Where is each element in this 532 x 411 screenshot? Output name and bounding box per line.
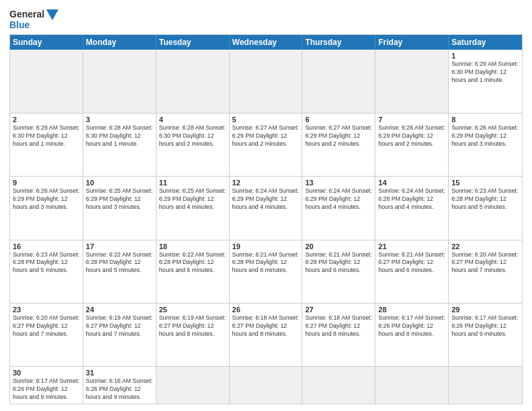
logo: General Blue (9, 9, 58, 30)
day-header-tuesday: Tuesday (157, 35, 230, 50)
day-cell-12: 12Sunrise: 6:24 AM Sunset: 6:29 PM Dayli… (230, 177, 303, 240)
day-cell-30: 30Sunrise: 6:17 AM Sunset: 6:26 PM Dayli… (10, 367, 83, 404)
day-cell-3: 3Sunrise: 6:28 AM Sunset: 6:30 PM Daylig… (83, 113, 157, 177)
day-number: 11 (159, 179, 226, 187)
cell-info: Sunrise: 6:22 AM Sunset: 6:28 PM Dayligh… (86, 251, 153, 275)
day-cell-5: 5Sunrise: 6:27 AM Sunset: 6:29 PM Daylig… (230, 113, 303, 177)
day-header-thursday: Thursday (302, 35, 375, 50)
cell-info: Sunrise: 6:23 AM Sunset: 6:28 PM Dayligh… (451, 187, 519, 212)
empty-cell (375, 50, 449, 113)
cell-info: Sunrise: 6:18 AM Sunset: 6:27 PM Dayligh… (305, 314, 372, 338)
day-cell-29: 29Sunrise: 6:17 AM Sunset: 6:26 PM Dayli… (449, 304, 522, 367)
day-number: 14 (378, 179, 445, 187)
logo-line1: General (9, 9, 58, 20)
day-number: 29 (451, 306, 519, 314)
day-cell-10: 10Sunrise: 6:25 AM Sunset: 6:29 PM Dayli… (83, 177, 157, 240)
cell-info: Sunrise: 6:24 AM Sunset: 6:28 PM Dayligh… (378, 187, 445, 212)
day-number: 16 (13, 242, 80, 250)
empty-cell (302, 50, 375, 113)
day-number: 25 (159, 306, 226, 314)
day-number: 3 (86, 116, 153, 124)
day-cell-19: 19Sunrise: 6:21 AM Sunset: 6:28 PM Dayli… (230, 240, 303, 304)
empty-cell (302, 367, 375, 404)
day-cell-6: 6Sunrise: 6:27 AM Sunset: 6:29 PM Daylig… (302, 113, 375, 177)
day-number: 15 (451, 179, 519, 187)
logo-blue-text: Blue (9, 20, 58, 30)
cell-info: Sunrise: 6:28 AM Sunset: 6:30 PM Dayligh… (159, 124, 226, 148)
day-number: 19 (232, 242, 300, 250)
cell-info: Sunrise: 6:17 AM Sunset: 6:26 PM Dayligh… (13, 377, 80, 402)
day-cell-17: 17Sunrise: 6:22 AM Sunset: 6:28 PM Dayli… (83, 240, 157, 304)
day-number: 2 (13, 116, 80, 124)
day-cell-7: 7Sunrise: 6:26 AM Sunset: 6:29 PM Daylig… (375, 113, 449, 177)
cell-info: Sunrise: 6:20 AM Sunset: 6:27 PM Dayligh… (451, 251, 519, 275)
day-cell-21: 21Sunrise: 6:21 AM Sunset: 6:27 PM Dayli… (375, 240, 449, 304)
day-cell-24: 24Sunrise: 6:19 AM Sunset: 6:27 PM Dayli… (83, 304, 157, 367)
day-number: 27 (305, 306, 372, 314)
empty-cell (157, 50, 230, 113)
cell-info: Sunrise: 6:25 AM Sunset: 6:29 PM Dayligh… (159, 187, 226, 212)
cell-info: Sunrise: 6:21 AM Sunset: 6:28 PM Dayligh… (305, 251, 372, 275)
day-number: 13 (305, 179, 372, 187)
day-cell-16: 16Sunrise: 6:23 AM Sunset: 6:28 PM Dayli… (10, 240, 83, 304)
calendar-grid: 1Sunrise: 6:29 AM Sunset: 6:30 PM Daylig… (10, 50, 522, 404)
empty-cell (230, 367, 303, 404)
cell-info: Sunrise: 6:18 AM Sunset: 6:27 PM Dayligh… (232, 314, 300, 338)
cell-info: Sunrise: 6:21 AM Sunset: 6:28 PM Dayligh… (232, 251, 300, 275)
day-cell-18: 18Sunrise: 6:22 AM Sunset: 6:28 PM Dayli… (157, 240, 230, 304)
cell-info: Sunrise: 6:17 AM Sunset: 6:26 PM Dayligh… (451, 314, 519, 338)
cell-info: Sunrise: 6:25 AM Sunset: 6:29 PM Dayligh… (86, 187, 153, 212)
day-header-sunday: Sunday (10, 35, 83, 50)
logo-general-text: General (9, 9, 44, 19)
day-cell-22: 22Sunrise: 6:20 AM Sunset: 6:27 PM Dayli… (449, 240, 522, 304)
day-number: 12 (232, 179, 300, 187)
cell-info: Sunrise: 6:24 AM Sunset: 6:29 PM Dayligh… (232, 187, 300, 212)
cell-info: Sunrise: 6:23 AM Sunset: 6:28 PM Dayligh… (13, 251, 80, 275)
logo-text-block: General Blue (9, 9, 58, 30)
cell-info: Sunrise: 6:19 AM Sunset: 6:27 PM Dayligh… (159, 314, 226, 338)
day-cell-28: 28Sunrise: 6:17 AM Sunset: 6:26 PM Dayli… (375, 304, 449, 367)
empty-cell (230, 50, 303, 113)
day-cell-11: 11Sunrise: 6:25 AM Sunset: 6:29 PM Dayli… (157, 177, 230, 240)
day-headers: SundayMondayTuesdayWednesdayThursdayFrid… (10, 35, 522, 50)
day-cell-13: 13Sunrise: 6:24 AM Sunset: 6:29 PM Dayli… (302, 177, 375, 240)
day-cell-26: 26Sunrise: 6:18 AM Sunset: 6:27 PM Dayli… (230, 304, 303, 367)
day-cell-25: 25Sunrise: 6:19 AM Sunset: 6:27 PM Dayli… (157, 304, 230, 367)
cell-info: Sunrise: 6:28 AM Sunset: 6:30 PM Dayligh… (86, 124, 153, 148)
day-number: 10 (86, 179, 153, 187)
day-number: 26 (232, 306, 300, 314)
cell-info: Sunrise: 6:16 AM Sunset: 6:26 PM Dayligh… (86, 377, 153, 402)
day-header-wednesday: Wednesday (230, 35, 303, 50)
day-number: 5 (232, 116, 300, 124)
svg-marker-0 (46, 9, 58, 20)
day-cell-8: 8Sunrise: 6:26 AM Sunset: 6:29 PM Daylig… (449, 113, 522, 177)
empty-cell (375, 367, 449, 404)
cell-info: Sunrise: 6:24 AM Sunset: 6:29 PM Dayligh… (305, 187, 372, 212)
day-number: 4 (159, 116, 226, 124)
day-number: 20 (305, 242, 372, 250)
cell-info: Sunrise: 6:26 AM Sunset: 6:29 PM Dayligh… (451, 124, 519, 148)
day-cell-4: 4Sunrise: 6:28 AM Sunset: 6:30 PM Daylig… (157, 113, 230, 177)
day-number: 31 (86, 369, 153, 377)
day-cell-1: 1Sunrise: 6:29 AM Sunset: 6:30 PM Daylig… (449, 50, 522, 113)
page: General Blue SundayMondayTuesdayWednesda… (0, 0, 532, 411)
day-number: 23 (13, 306, 80, 314)
day-number: 8 (451, 116, 519, 124)
empty-cell (83, 50, 157, 113)
empty-cell (10, 50, 83, 113)
calendar: SundayMondayTuesdayWednesdayThursdayFrid… (9, 34, 523, 404)
day-cell-14: 14Sunrise: 6:24 AM Sunset: 6:28 PM Dayli… (375, 177, 449, 240)
empty-cell (449, 367, 522, 404)
day-cell-27: 27Sunrise: 6:18 AM Sunset: 6:27 PM Dayli… (302, 304, 375, 367)
cell-info: Sunrise: 6:22 AM Sunset: 6:28 PM Dayligh… (159, 251, 226, 275)
day-number: 24 (86, 306, 153, 314)
day-number: 18 (159, 242, 226, 250)
day-number: 28 (378, 306, 445, 314)
day-header-friday: Friday (375, 35, 449, 50)
day-number: 21 (378, 242, 445, 250)
day-number: 9 (13, 179, 80, 187)
cell-info: Sunrise: 6:27 AM Sunset: 6:29 PM Dayligh… (305, 124, 372, 148)
day-cell-9: 9Sunrise: 6:26 AM Sunset: 6:29 PM Daylig… (10, 177, 83, 240)
day-header-saturday: Saturday (449, 35, 522, 50)
cell-info: Sunrise: 6:27 AM Sunset: 6:29 PM Dayligh… (232, 124, 300, 148)
